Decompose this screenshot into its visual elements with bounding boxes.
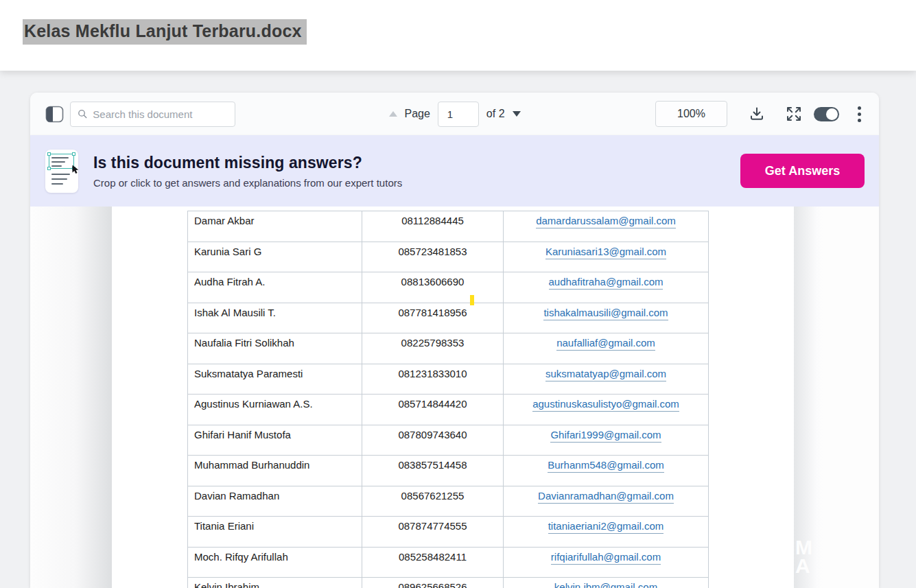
email-link[interactable]: tishakalmausili@gmail.com — [543, 307, 668, 320]
table-row: Audha Fitrah A. 08813606690 audhafitraha… — [188, 272, 708, 303]
email-cell: Karuniasari13@gmail.com — [503, 242, 708, 272]
email-cell: damardarussalam@gmail.com — [503, 211, 708, 242]
name-cell: Suksmatatya Paramesti — [188, 364, 362, 395]
name-cell: Naufalia Fitri Solikhah — [188, 333, 362, 364]
zoom-level-control[interactable]: 100% — [655, 101, 727, 127]
email-link[interactable]: titaniaeriani2@gmail.com — [548, 520, 664, 534]
document-title: Kelas Mekflu Lanjut Terbaru.docx — [23, 19, 307, 45]
banner-title: Is this document missing answers? — [93, 154, 402, 172]
email-link[interactable]: Ghifari1999@gmail.com — [550, 429, 661, 443]
email-link[interactable]: damardarussalam@gmail.com — [536, 215, 676, 228]
name-cell: Ishak Al Mausili T. — [188, 303, 362, 333]
email-link[interactable]: Burhanm548@gmail.com — [548, 459, 663, 473]
table-row: Kelvin Ibrahim 089625668526 kelvin.ibm@g… — [188, 578, 708, 588]
name-cell: Karunia Sari G — [188, 242, 362, 272]
phone-cell: 08567621255 — [362, 486, 503, 517]
document-viewer: Page of 2 100% — [30, 93, 879, 588]
email-cell: rifqiarifullah@gmail.com — [503, 548, 708, 578]
page-label: Page — [404, 108, 430, 120]
phone-cell: 083857514458 — [362, 456, 503, 486]
table-row: Agustinus Kurniawan A.S. 085714844420 ag… — [188, 395, 708, 425]
email-cell: Burhanm548@gmail.com — [503, 456, 708, 486]
phone-cell: 08813606690 — [362, 272, 503, 303]
table-row: Damar Akbar 08112884445 damardarussalam@… — [188, 211, 708, 242]
crop-document-icon — [45, 150, 78, 193]
viewer-toolbar: Page of 2 100% — [30, 93, 879, 135]
phone-cell: 08225798353 — [362, 333, 503, 364]
email-link[interactable]: Davianramadhan@gmail.com — [538, 490, 674, 504]
email-link[interactable]: audhafitraha@gmail.com — [549, 276, 663, 290]
table-row: Muhammad Burhanuddin 083857514458 Burhan… — [188, 456, 708, 486]
download-icon[interactable] — [749, 106, 765, 122]
name-cell: Audha Fitrah A. — [188, 272, 362, 303]
phone-cell: 087781418956 — [362, 303, 503, 333]
table-row: Moch. Rifqy Arifullah 085258482411 rifqi… — [188, 548, 708, 578]
name-cell: Moch. Rifqy Arifullah — [188, 548, 362, 578]
email-cell: agustinuskasulistyo@gmail.com — [503, 395, 708, 425]
email-cell: audhafitraha@gmail.com — [503, 272, 708, 303]
contact-table: Damar Akbar 08112884445 damardarussalam@… — [187, 211, 709, 588]
email-cell: suksmatatyap@gmail.com — [503, 364, 708, 395]
dark-mode-toggle[interactable] — [814, 107, 839, 121]
table-row: Titania Eriani 087874774555 titaniaerian… — [188, 517, 708, 548]
get-answers-button[interactable]: Get Answers — [740, 154, 865, 188]
page-right-shadow — [794, 207, 823, 588]
name-cell: Davian Ramadhan — [188, 486, 362, 517]
name-cell: Kelvin Ibrahim — [188, 578, 362, 588]
table-row: Davian Ramadhan 08567621255 Davianramadh… — [188, 486, 708, 517]
phone-cell: 087809743640 — [362, 425, 503, 456]
phone-cell: 081231833010 — [362, 364, 503, 395]
answers-banner[interactable]: Is this document missing answers? Crop o… — [30, 135, 879, 207]
fullscreen-expand-icon[interactable] — [786, 106, 802, 122]
email-link[interactable]: agustinuskasulistyo@gmail.com — [532, 398, 679, 412]
table-row: Karunia Sari G 085723481853 Karuniasari1… — [188, 242, 708, 273]
email-cell: titaniaeriani2@gmail.com — [503, 517, 708, 547]
email-link[interactable]: naufalliaf@gmail.com — [556, 337, 655, 351]
banner-subtitle: Crop or click to get answers and explana… — [93, 177, 402, 189]
phone-cell: 08112884445 — [362, 211, 503, 242]
name-cell: Ghifari Hanif Mustofa — [188, 425, 362, 456]
app-header: Kelas Mekflu Lanjut Terbaru.docx — [0, 0, 916, 71]
email-cell: tishakalmausili@gmail.com — [503, 303, 708, 333]
email-link[interactable]: suksmatatyap@gmail.com — [545, 368, 666, 381]
kebab-menu-icon[interactable] — [854, 104, 865, 124]
document-scroll-area[interactable]: Damar Akbar 08112884445 damardarussalam@… — [30, 207, 879, 588]
page-number-input[interactable] — [438, 102, 479, 127]
page-total-label: of 2 — [486, 108, 505, 120]
search-box[interactable] — [70, 102, 235, 127]
table-row: Ghifari Hanif Mustofa 087809743640 Ghifa… — [188, 425, 708, 456]
email-link[interactable]: rifqiarifullah@gmail.com — [551, 551, 661, 565]
document-page: Damar Akbar 08112884445 damardarussalam@… — [112, 207, 794, 588]
search-icon — [78, 108, 87, 119]
page-navigation: Page of 2 — [388, 93, 520, 135]
page-down-icon[interactable] — [513, 111, 521, 117]
phone-cell: 085258482411 — [362, 548, 503, 578]
banner-text: Is this document missing answers? Crop o… — [93, 154, 402, 189]
email-cell: kelvin.ibm@gmail.com — [503, 578, 708, 588]
table-row: Suksmatatya Paramesti 081231833010 suksm… — [188, 364, 708, 395]
name-cell: Titania Eriani — [188, 517, 362, 547]
sidebar-toggle-icon[interactable] — [45, 105, 64, 124]
toggle-knob — [826, 108, 838, 120]
zoom-level-value: 100% — [677, 108, 705, 120]
cursor-arrow-icon — [71, 165, 80, 174]
page-left-shadow — [30, 207, 112, 588]
name-cell: Muhammad Burhanuddin — [188, 456, 362, 486]
email-link[interactable]: Karuniasari13@gmail.com — [545, 246, 666, 259]
search-input[interactable] — [93, 108, 228, 120]
table-row: Ishak Al Mausili T. 087781418956 tishaka… — [188, 303, 708, 334]
crop-selection-rect — [49, 154, 74, 169]
toolbar-right-group: 100% — [655, 101, 865, 127]
page-up-icon[interactable] — [388, 111, 397, 117]
email-cell: Davianramadhan@gmail.com — [503, 486, 708, 517]
phone-cell: 085714844420 — [362, 395, 503, 425]
phone-cell: 085723481853 — [362, 242, 503, 272]
phone-cell: 087874774555 — [362, 517, 503, 547]
table-row: Naufalia Fitri Solikhah 08225798353 nauf… — [188, 333, 708, 364]
yellow-caret-highlight — [470, 295, 474, 305]
email-cell: naufalliaf@gmail.com — [503, 333, 708, 364]
email-link[interactable]: kelvin.ibm@gmail.com — [554, 581, 657, 588]
name-cell: Agustinus Kurniawan A.S. — [188, 395, 362, 425]
phone-cell: 089625668526 — [362, 578, 503, 588]
email-cell: Ghifari1999@gmail.com — [503, 425, 708, 456]
